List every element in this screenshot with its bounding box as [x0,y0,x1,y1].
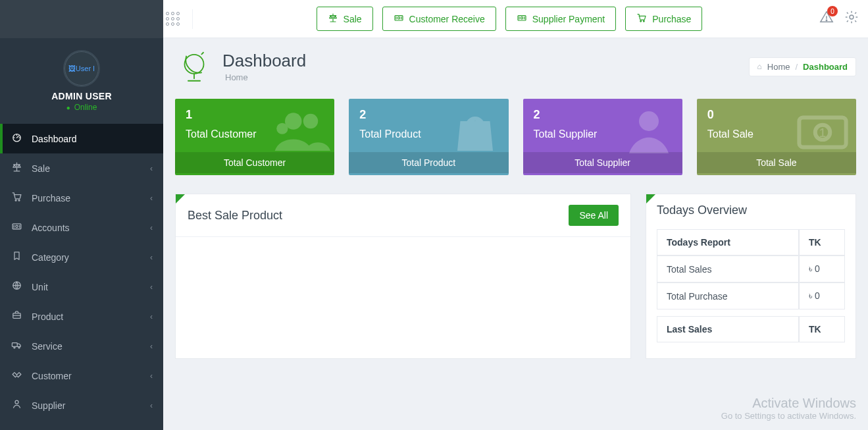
sidebar-item-label: Product [32,311,63,322]
stat-card-total-supplier: 2Total SupplierTotal Supplier [523,99,682,175]
cash-icon: 1 [793,101,852,163]
sidebar: 🖼 User I ADMIN USER Online DashboardSale… [0,0,163,430]
chevron-left-icon: ‹ [150,282,153,292]
scale-icon [9,161,24,175]
report-head-value: TK [799,229,845,255]
sidebar-item-accounts[interactable]: Accounts‹ [0,213,163,242]
chevron-left-icon: ‹ [150,401,153,410]
best-sale-title: Best Sale Product [188,209,282,223]
chevron-left-icon: ‹ [150,371,153,381]
report-row-label: Total Purchase [657,282,799,309]
stat-cards-row: 1Total CustomerTotal Customer2Total Prod… [175,99,856,175]
home-icon: ⌂ [757,62,762,71]
breadcrumb-home[interactable]: Home [767,62,790,72]
sidebar-item-label: Unit [32,282,48,292]
stat-card-total-sale: 10Total SaleTotal Sale [697,99,856,175]
users-icon [271,101,330,163]
svg-rect-7 [12,343,17,347]
svg-point-19 [185,55,204,74]
table-row: Total Sales৳ 0 [657,255,845,282]
see-all-button[interactable]: See All [569,205,619,226]
sidebar-item-product[interactable]: Product‹ [0,302,163,331]
svg-point-23 [639,111,659,131]
sidebar-item-label: Supplier [32,400,65,411]
user-name: ADMIN USER [7,91,157,101]
apps-grid-icon [166,12,180,26]
svg-point-14 [521,17,523,19]
sidebar-item-supplier[interactable]: Supplier‹ [0,390,163,420]
sidebar-nav: DashboardSale‹Purchase‹Accounts‹Category… [0,120,163,420]
gear-icon [844,10,859,24]
apps-menu-button[interactable] [172,9,193,29]
scale-icon [328,13,338,25]
top-action-label: Customer Receive [409,14,485,24]
breadcrumb-sep: / [795,62,798,72]
bookmark-icon [9,250,24,264]
svg-point-4 [15,225,18,228]
supplier-payment-action[interactable]: Supplier Payment [505,7,617,31]
report-row-value: ৳ 0 [799,282,845,309]
breadcrumb-current: Dashboard [803,62,848,72]
top-action-bar: SaleCustomer ReceiveSupplier PaymentPurc… [199,7,819,31]
breadcrumb: ⌂ Home / Dashboard [749,57,856,76]
todays-report-table: Todays Report TK Total Sales৳ 0Total Pur… [657,229,845,309]
svg-point-8 [13,347,14,348]
sidebar-item-service[interactable]: Service‹ [0,331,163,361]
top-action-label: Purchase [652,14,691,24]
svg-point-2 [18,200,20,201]
chevron-left-icon: ‹ [150,164,153,173]
purchase-action[interactable]: Purchase [625,7,702,31]
globe-icon [9,280,24,294]
briefcase-icon [9,309,24,323]
person-icon [619,101,678,163]
report-head-label: Todays Report [657,229,799,255]
alerts-button[interactable]: 0 [819,10,834,28]
handshake-icon [9,369,24,383]
best-sale-body [176,237,630,349]
sidebar-item-label: Category [32,252,69,263]
svg-point-22 [277,123,288,134]
money-icon [517,13,527,25]
globe-stand-icon [175,47,213,86]
lastsales-head-value: TK [799,316,845,342]
page-header: Dashboard Home ⌂ Home / Dashboard [163,38,868,90]
svg-point-16 [644,20,645,22]
cart-icon [9,191,24,205]
chevron-left-icon: ‹ [150,223,153,232]
user-status: Online [7,103,157,112]
chevron-left-icon: ‹ [150,253,153,262]
alerts-badge: 0 [827,6,838,16]
sidebar-item-label: Dashboard [32,134,77,144]
page-title: Dashboard [222,51,306,71]
stat-card-total-product: 2Total ProductTotal Product [349,99,508,175]
cart-icon [636,13,647,25]
avatar[interactable]: 🖼 User I [63,50,100,87]
svg-point-9 [18,347,19,348]
sidebar-item-unit[interactable]: Unit‹ [0,272,163,302]
last-sales-table: Last Sales TK [657,316,845,342]
truck-icon [9,339,24,353]
overview-panel: Todays Overview Todays Report TK Total S… [646,194,856,359]
sidebar-item-customer[interactable]: Customer‹ [0,361,163,390]
svg-text:1: 1 [819,126,826,140]
sidebar-item-label: Customer [32,371,72,381]
report-row-label: Total Sales [657,255,799,282]
customer-receive-action[interactable]: Customer Receive [382,7,496,31]
best-sale-panel: Best Sale Product See All [175,194,631,359]
sidebar-item-dashboard[interactable]: Dashboard [0,124,163,153]
overview-title: Todays Overview [657,203,747,217]
money-icon [9,221,24,234]
sale-action[interactable]: Sale [317,7,373,31]
settings-button[interactable] [844,10,859,28]
dashboard-icon [9,132,24,146]
person-icon [9,398,24,412]
svg-point-15 [640,20,642,22]
sidebar-item-sale[interactable]: Sale‹ [0,153,163,183]
sidebar-item-label: Purchase [32,193,70,203]
sidebar-item-purchase[interactable]: Purchase‹ [0,183,163,213]
chevron-left-icon: ‹ [150,312,153,321]
sidebar-item-category[interactable]: Category‹ [0,242,163,272]
top-action-label: Supplier Payment [532,14,605,24]
sidebar-item-label: Accounts [32,223,70,233]
avatar-broken-icon: 🖼 User I [64,51,99,86]
